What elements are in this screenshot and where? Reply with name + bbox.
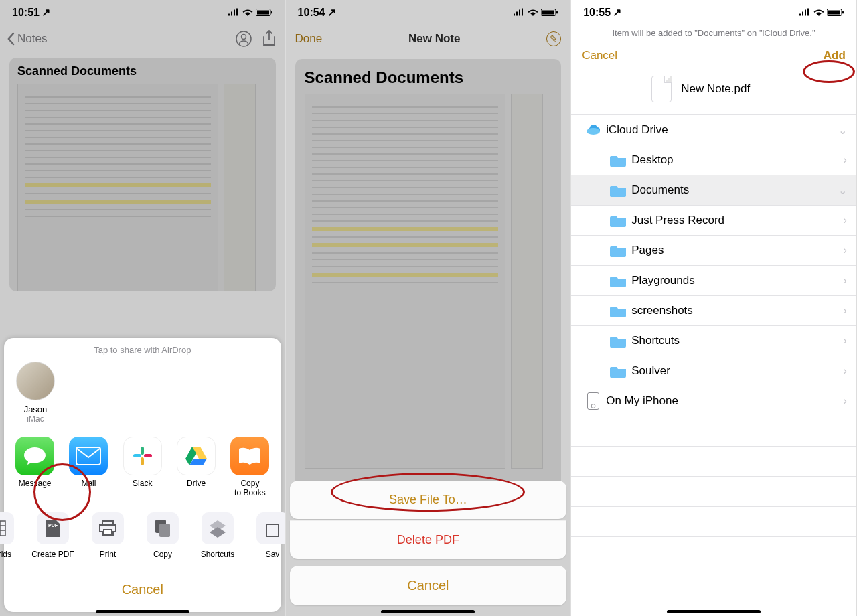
svg-rect-8: [141, 457, 144, 465]
highlight-ring: [803, 60, 855, 83]
chevron-right-icon: ›: [843, 305, 846, 317]
file-name: New Note.pdf: [681, 82, 750, 96]
svg-rect-21: [842, 11, 844, 13]
chevron-right-icon: ›: [843, 214, 846, 226]
phone-icon: [587, 392, 599, 410]
home-indicator: [667, 610, 761, 613]
chevron-right-icon: ›: [843, 154, 846, 166]
share-sheet: Tap to share with AirDrop Jason iMac Mes…: [4, 338, 281, 612]
svg-rect-6: [141, 447, 144, 455]
delete-pdf-button[interactable]: Delete PDF: [290, 520, 567, 559]
chevron-down-icon: ⌄: [838, 124, 847, 137]
airdrop-target[interactable]: Jason iMac: [4, 359, 281, 431]
location-list: iCloud Drive ⌄ Desktop› Documents⌄ Just …: [571, 114, 856, 567]
svg-rect-9: [144, 454, 152, 457]
info-banner: Item will be added to "Documents" on "iC…: [571, 24, 856, 42]
cancel-button[interactable]: Cancel: [582, 49, 617, 62]
home-indicator: [96, 610, 189, 613]
file-icon: [651, 76, 672, 102]
chevron-right-icon: ›: [843, 275, 846, 287]
row-oniphone[interactable]: On My iPhone›: [571, 386, 856, 416]
app-mail[interactable]: Mail: [62, 437, 115, 498]
app-slack[interactable]: Slack: [116, 437, 169, 498]
action-create-pdf[interactable]: PDFCreate PDF: [25, 512, 80, 559]
row-pages[interactable]: Pages›: [571, 236, 856, 266]
action-shortcuts[interactable]: Shortcuts: [190, 512, 245, 559]
status-bar: 10:55↗: [571, 0, 856, 24]
row-documents[interactable]: Documents⌄: [571, 175, 856, 206]
svg-rect-20: [828, 10, 840, 14]
app-books[interactable]: Copy to Books: [223, 437, 277, 498]
svg-text:PDF: PDF: [48, 523, 58, 528]
chevron-right-icon: ›: [843, 365, 846, 377]
highlight-ring: [331, 473, 525, 512]
panel-pdf-options: 10:54↗ Done New Note ✎ Scanned Documents…: [286, 0, 572, 616]
chevron-right-icon: ›: [843, 244, 846, 256]
action-save[interactable]: Sav: [245, 512, 286, 559]
app-drive[interactable]: Drive: [169, 437, 223, 498]
app-message[interactable]: Message: [8, 437, 62, 498]
svg-rect-7: [133, 454, 141, 457]
svg-rect-5: [76, 447, 100, 465]
row-screenshots[interactable]: screenshots›: [571, 296, 856, 326]
actions-row: & Grids PDFCreate PDF Print Copy Shortcu…: [4, 504, 281, 564]
row-justpress[interactable]: Just Press Record›: [571, 206, 856, 236]
row-shortcuts[interactable]: Shortcuts›: [571, 326, 856, 356]
avatar-icon: [16, 362, 55, 400]
action-grids[interactable]: & Grids: [0, 512, 25, 559]
chevron-right-icon: ›: [843, 395, 846, 407]
share-apps-row: Message Mail Slack Drive Copy to Books: [4, 431, 281, 504]
svg-point-22: [587, 128, 600, 135]
action-print[interactable]: Print: [80, 512, 135, 559]
cancel-button[interactable]: Cancel: [8, 571, 277, 608]
row-desktop[interactable]: Desktop›: [571, 145, 856, 175]
sheet-header: Tap to share with AirDrop: [4, 338, 281, 359]
row-playgrounds[interactable]: Playgrounds›: [571, 266, 856, 296]
chevron-down-icon: ⌄: [838, 184, 847, 197]
svg-rect-10: [0, 521, 5, 536]
svg-rect-12: [104, 530, 112, 535]
svg-rect-14: [159, 524, 170, 537]
svg-rect-15: [266, 524, 279, 536]
panel-file-picker: 10:55↗ Item will be added to "Documents"…: [571, 0, 857, 616]
row-icloud[interactable]: iCloud Drive ⌄: [571, 115, 856, 145]
cancel-button[interactable]: Cancel: [290, 566, 567, 605]
panel-share-sheet: 10:51↗ Notes Scanned Documents: [0, 0, 286, 616]
chevron-right-icon: ›: [843, 335, 846, 347]
row-soulver[interactable]: Soulver›: [571, 356, 856, 386]
action-copy[interactable]: Copy: [135, 512, 190, 559]
home-indicator: [381, 610, 475, 613]
